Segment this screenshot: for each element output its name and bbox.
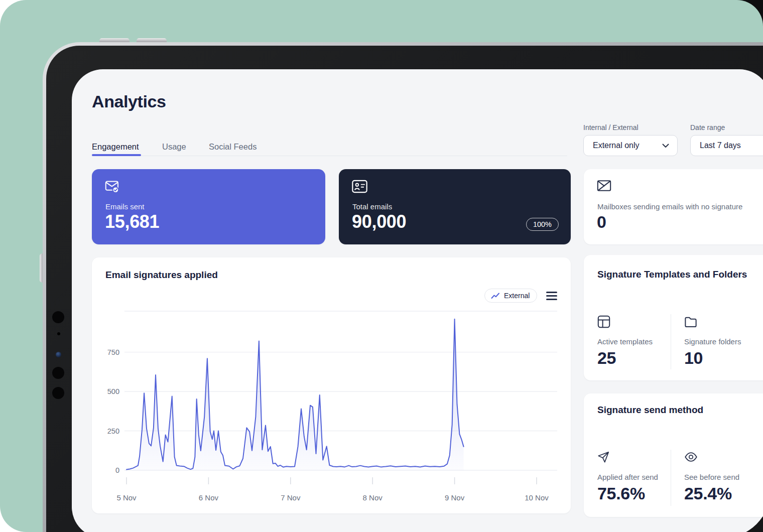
svg-text:8 Nov: 8 Nov bbox=[363, 493, 383, 502]
email-signatures-chart-card: Email signatures applied External 025050… bbox=[92, 257, 571, 513]
page-title: Analytics bbox=[92, 92, 166, 111]
trend-line-icon bbox=[491, 293, 500, 299]
tablet-camera-icon bbox=[52, 387, 64, 399]
tablet-camera-icon bbox=[52, 311, 64, 323]
tablet-screen: Analytics Engagement Usage Social Feeds … bbox=[72, 69, 763, 532]
date-range-value: Last 7 days bbox=[700, 141, 763, 150]
tab-engagement[interactable]: Engagement bbox=[92, 142, 139, 152]
svg-text:5 Nov: 5 Nov bbox=[116, 493, 137, 502]
total-emails-value: 90,000 bbox=[352, 211, 406, 232]
chevron-down-icon bbox=[662, 144, 669, 148]
date-range-select[interactable]: Last 7 days bbox=[690, 135, 763, 156]
no-signature-label: Mailboxes sending emails with no signatu… bbox=[597, 202, 742, 211]
svg-text:7 Nov: 7 Nov bbox=[281, 493, 301, 502]
see-before-send-value: 25.4% bbox=[684, 484, 732, 503]
active-templates-label: Active templates bbox=[597, 337, 653, 346]
active-templates-value: 25 bbox=[597, 348, 616, 368]
signature-folders-value: 10 bbox=[684, 348, 703, 368]
total-emails-label: Total emails bbox=[352, 202, 392, 211]
tabs-divider bbox=[92, 156, 567, 157]
no-signature-card: Mailboxes sending emails with no signatu… bbox=[584, 169, 763, 244]
chart-area: 02505007505 Nov6 Nov7 Nov8 Nov9 Nov10 No… bbox=[105, 308, 557, 508]
svg-text:750: 750 bbox=[107, 348, 119, 356]
template-icon bbox=[597, 315, 610, 328]
templates-card-title: Signature Templates and Folders bbox=[597, 269, 747, 280]
applied-after-send-value: 75.6% bbox=[597, 484, 645, 503]
applied-after-send-label: Applied after send bbox=[597, 473, 658, 481]
send-method-card-title: Signature send method bbox=[597, 405, 703, 416]
svg-text:10 Nov: 10 Nov bbox=[525, 493, 549, 502]
send-method-card: Signature send method Applied after send… bbox=[584, 393, 763, 517]
active-tab-underline bbox=[92, 154, 141, 156]
svg-text:6 Nov: 6 Nov bbox=[199, 493, 219, 502]
tablet-mic-dot bbox=[57, 332, 60, 335]
internal-external-value: External only bbox=[593, 141, 662, 150]
svg-text:500: 500 bbox=[107, 387, 119, 395]
tab-usage[interactable]: Usage bbox=[162, 142, 186, 152]
legend-external-toggle[interactable]: External bbox=[484, 289, 537, 303]
eye-icon bbox=[684, 451, 698, 463]
chart-title: Email signatures applied bbox=[105, 270, 218, 281]
percent-badge: 100% bbox=[526, 218, 559, 231]
svg-text:9 Nov: 9 Nov bbox=[445, 493, 465, 502]
tab-social-feeds[interactable]: Social Feeds bbox=[209, 142, 257, 152]
envelope-check-icon bbox=[105, 180, 120, 194]
signature-folders-label: Signature folders bbox=[684, 337, 741, 346]
see-before-send-label: See before send bbox=[684, 473, 739, 481]
hamburger-menu-icon[interactable] bbox=[546, 292, 557, 300]
email-signatures-chart: 02505007505 Nov6 Nov7 Nov8 Nov9 Nov10 No… bbox=[105, 308, 557, 508]
legend-label: External bbox=[504, 292, 530, 300]
total-emails-card: Total emails 90,000 100% bbox=[339, 169, 571, 244]
vertical-divider bbox=[671, 450, 671, 506]
emails-sent-value: 15,681 bbox=[105, 211, 159, 232]
emails-sent-card: Emails sent 15,681 bbox=[92, 169, 325, 244]
svg-text:250: 250 bbox=[107, 427, 119, 435]
no-signature-value: 0 bbox=[597, 212, 606, 232]
emails-sent-label: Emails sent bbox=[105, 202, 145, 211]
vertical-divider bbox=[671, 314, 671, 369]
contact-card-icon bbox=[352, 180, 367, 193]
tablet-camera-icon bbox=[52, 367, 64, 379]
folder-icon bbox=[684, 315, 697, 328]
templates-folders-card: Signature Templates and Folders Active t… bbox=[584, 255, 763, 380]
tablet-camera-lens bbox=[56, 352, 61, 357]
page: Analytics Engagement Usage Social Feeds … bbox=[0, 0, 763, 532]
internal-external-label: Internal / External bbox=[583, 123, 639, 131]
svg-text:0: 0 bbox=[115, 466, 119, 474]
internal-external-select[interactable]: External only bbox=[583, 135, 678, 156]
send-plane-icon bbox=[597, 451, 610, 463]
envelope-slash-icon bbox=[597, 179, 611, 192]
date-range-label: Date range bbox=[690, 123, 725, 131]
